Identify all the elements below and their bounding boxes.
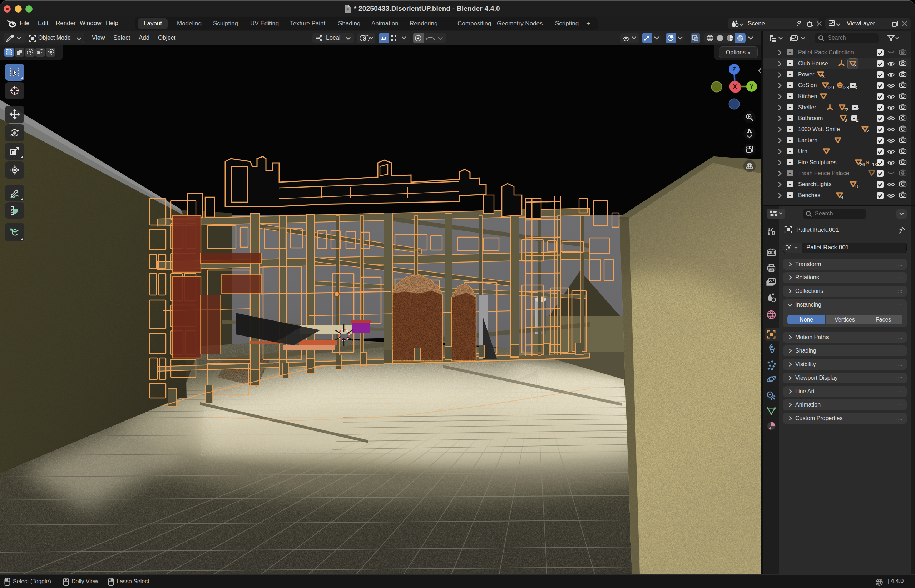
svg-text:Z: Z [732,66,736,73]
svg-text:Y: Y [750,84,754,90]
svg-text:X: X [733,84,737,90]
